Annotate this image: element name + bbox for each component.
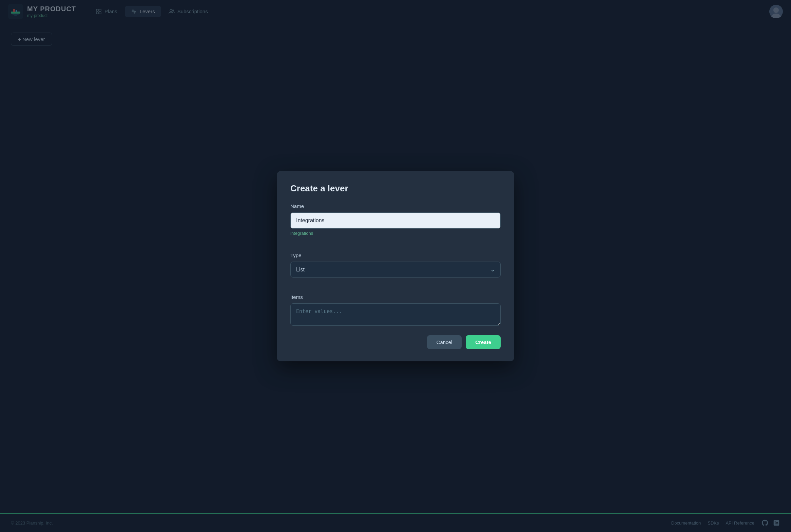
divider-1 [290, 244, 501, 244]
create-button[interactable]: Create [466, 335, 501, 349]
modal-overlay: Create a lever Name integrations Type Li… [0, 0, 791, 532]
name-hint: integrations [290, 231, 501, 236]
type-form-group: Type List Boolean Number String ⌄ [290, 252, 501, 278]
type-label: Type [290, 252, 501, 258]
items-form-group: Items [290, 294, 501, 327]
divider-2 [290, 286, 501, 286]
type-select[interactable]: List Boolean Number String [290, 262, 501, 278]
cancel-button[interactable]: Cancel [427, 335, 462, 349]
type-select-wrapper: List Boolean Number String ⌄ [290, 262, 501, 278]
modal-actions: Cancel Create [290, 335, 501, 349]
name-label: Name [290, 203, 501, 209]
items-textarea[interactable] [290, 303, 501, 326]
items-label: Items [290, 294, 501, 300]
name-form-group: Name integrations [290, 203, 501, 236]
name-input[interactable] [290, 212, 501, 229]
modal-title: Create a lever [290, 183, 501, 194]
create-lever-modal: Create a lever Name integrations Type Li… [277, 171, 514, 361]
